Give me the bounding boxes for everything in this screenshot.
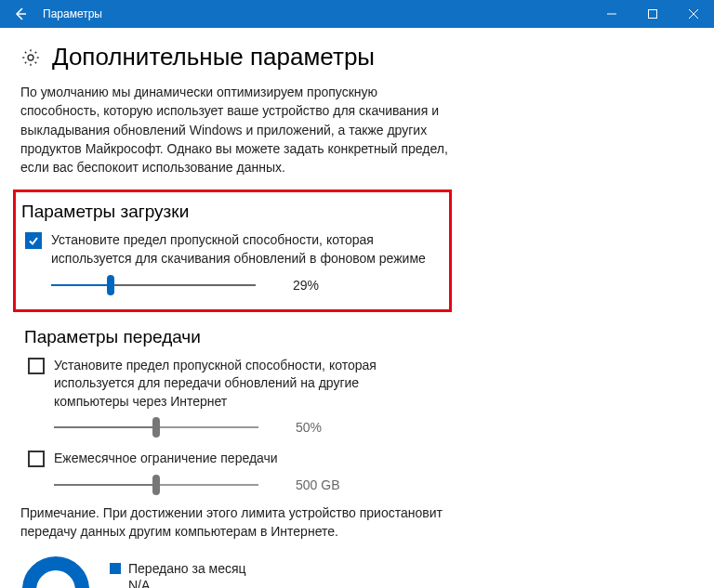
monthly-slider-value: 500 GB (296, 477, 339, 492)
download-section: Параметры загрузки Установите предел про… (13, 189, 452, 311)
legend-swatch (110, 563, 121, 574)
content: Дополнительные параметры По умолчанию мы… (0, 28, 714, 588)
download-limit-label: Установите предел пропускной способности… (51, 231, 434, 268)
usage-legend: Передано за месяц N/A (110, 560, 246, 588)
usage-row: Передано за месяц N/A (20, 555, 694, 588)
titlebar: Параметры (0, 0, 714, 28)
maximize-button[interactable] (632, 0, 673, 28)
arrow-left-icon (13, 7, 28, 21)
back-button[interactable] (0, 0, 41, 28)
download-limit-checkbox[interactable] (25, 232, 42, 249)
monthly-limit-option: Ежемесячное ограничение передачи (28, 450, 437, 468)
monthly-limit-slider[interactable] (54, 474, 258, 496)
close-icon (689, 9, 698, 19)
legend-text: Передано за месяц N/A (128, 560, 246, 588)
window-title: Параметры (43, 7, 102, 20)
window-controls (591, 0, 714, 28)
upload-limit-checkbox[interactable] (28, 358, 45, 374)
gear-icon (20, 47, 41, 68)
legend-value: N/A (128, 577, 246, 588)
upload-limit-label: Установите предел пропускной способности… (54, 357, 437, 412)
monthly-limit-checkbox[interactable] (28, 451, 45, 467)
maximize-icon (648, 9, 657, 19)
upload-bw-slider-row: 50% (54, 416, 694, 438)
minimize-icon (607, 9, 616, 19)
intro-text: По умолчанию мы динамически оптимизируем… (20, 83, 448, 176)
upload-limit-option: Установите предел пропускной способности… (28, 357, 437, 412)
upload-note: Примечание. При достижении этого лимита … (20, 503, 448, 542)
page-title: Дополнительные параметры (52, 43, 375, 72)
upload-section: Параметры передачи Установите предел про… (20, 327, 694, 588)
download-bandwidth-slider[interactable] (51, 274, 256, 296)
page-header: Дополнительные параметры (20, 43, 694, 72)
svg-point-1 (28, 55, 33, 60)
minimize-button[interactable] (591, 0, 632, 28)
upload-section-title: Параметры передачи (24, 327, 694, 347)
svg-point-2 (30, 563, 83, 588)
close-button[interactable] (673, 0, 714, 28)
svg-rect-0 (649, 10, 657, 19)
download-slider-value: 29% (293, 278, 319, 293)
download-section-title: Параметры загрузки (21, 202, 440, 222)
monthly-limit-label: Ежемесячное ограничение передачи (54, 450, 278, 468)
upload-bw-slider-value: 50% (296, 420, 322, 435)
download-slider-row: 29% (51, 274, 440, 296)
upload-bandwidth-slider[interactable] (54, 416, 258, 438)
titlebar-left: Параметры (0, 0, 102, 28)
check-icon (28, 235, 39, 246)
usage-donut-icon (20, 555, 91, 588)
monthly-slider-row: 500 GB (54, 474, 694, 496)
download-limit-option: Установите предел пропускной способности… (25, 231, 434, 268)
legend-title: Передано за месяц (128, 560, 246, 577)
